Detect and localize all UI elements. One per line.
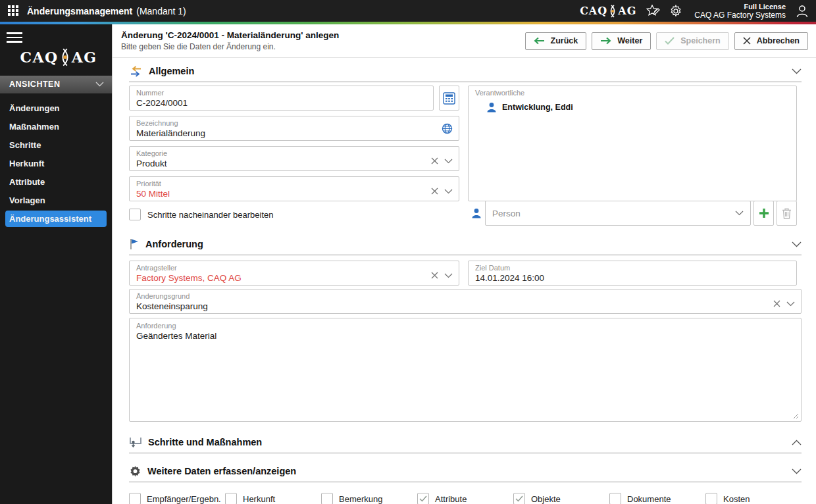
main-area: Änderung 'C-2024/0001 - Materialänderung… bbox=[112, 24, 816, 504]
sidebar-item-attribute[interactable]: Attribute bbox=[5, 174, 107, 190]
page-title: Änderung 'C-2024/0001 - Materialänderung… bbox=[121, 30, 339, 40]
bemerkung-label: Bemerkung bbox=[339, 494, 382, 504]
delete-person-button[interactable] bbox=[777, 201, 797, 226]
user-profile-icon[interactable] bbox=[795, 4, 809, 18]
wizard-content: Allgemein Nummer C-2024/0001 bbox=[113, 58, 816, 504]
section-divider bbox=[129, 82, 802, 82]
settings-gear-icon[interactable] bbox=[669, 5, 682, 18]
bezeichnung-field[interactable]: Bezeichnung Materialänderung bbox=[129, 116, 459, 141]
flag-icon bbox=[129, 238, 140, 250]
favorites-star-icon[interactable] bbox=[646, 5, 660, 18]
section-anforderung-title: Anforderung bbox=[145, 239, 203, 249]
logo-swoosh-icon bbox=[59, 48, 72, 66]
herkunft-checkbox[interactable] bbox=[225, 493, 237, 504]
prioritaet-label: Priorität bbox=[136, 180, 439, 188]
attribute-label: Attribute bbox=[435, 494, 467, 504]
prioritaet-field[interactable]: Priorität 50 Mittel bbox=[129, 176, 459, 201]
objekte-checkbox[interactable] bbox=[513, 493, 525, 504]
option-empfaenger: Empfänger/Ergebn. bbox=[129, 493, 225, 504]
apps-grid-icon[interactable] bbox=[8, 5, 19, 16]
anforderung-text-label: Anforderung bbox=[136, 322, 794, 330]
antragsteller-label: Antragsteller bbox=[136, 264, 439, 272]
attribute-checkbox[interactable] bbox=[417, 493, 429, 504]
section-divider bbox=[129, 482, 802, 482]
chevron-down-icon[interactable] bbox=[444, 159, 453, 164]
section-weitere-title: Weitere Daten erfassen/anzeigen bbox=[147, 466, 296, 476]
cancel-button-label: Abbrechen bbox=[757, 36, 800, 45]
anforderung-textarea[interactable]: Anforderung Geändertes Material bbox=[129, 318, 802, 422]
responsible-person-entry[interactable]: Entwicklung, Eddi bbox=[486, 102, 790, 113]
bemerkung-checkbox[interactable] bbox=[321, 493, 333, 504]
sidebar-item-herkunft[interactable]: Herkunft bbox=[5, 155, 107, 172]
section-allgemein-header: Allgemein bbox=[129, 64, 802, 78]
schritte-nacheinander-checkbox[interactable] bbox=[129, 209, 141, 220]
kosten-checkbox[interactable] bbox=[705, 493, 717, 504]
save-button[interactable]: Speichern bbox=[656, 32, 728, 50]
sidebar-item-aenderungen[interactable]: Änderungen bbox=[5, 100, 107, 116]
clear-icon[interactable] bbox=[431, 272, 438, 279]
section-anforderung-collapse[interactable] bbox=[792, 241, 802, 247]
calculator-icon bbox=[443, 92, 455, 105]
person-icon bbox=[486, 102, 497, 113]
chevron-down-icon[interactable] bbox=[786, 301, 795, 307]
ziel-datum-field[interactable]: Ziel Datum 14.01.2024 16:00 bbox=[468, 261, 797, 286]
sidebar-item-schritte[interactable]: Schritte bbox=[5, 137, 107, 153]
resize-handle[interactable] bbox=[793, 413, 799, 419]
clear-icon[interactable] bbox=[773, 300, 780, 307]
section-schritte-header: Schritte und Maßnahmen bbox=[129, 436, 802, 449]
next-button[interactable]: Weiter bbox=[592, 32, 651, 50]
aenderungsgrund-field[interactable]: Änderungsgrund Kosteneinsparung bbox=[129, 289, 802, 314]
number-generator-button[interactable] bbox=[439, 86, 459, 111]
page-subtitle: Bitte geben Sie die Daten der Änderung e… bbox=[121, 42, 339, 51]
chevron-down-icon[interactable] bbox=[444, 273, 453, 278]
license-info: Full License CAQ AG Factory Systems bbox=[694, 3, 786, 20]
arrow-left-icon bbox=[534, 37, 545, 45]
nummer-value: C-2024/0001 bbox=[136, 98, 413, 108]
ziel-datum-label: Ziel Datum bbox=[475, 264, 777, 272]
aenderungsgrund-label: Änderungsgrund bbox=[136, 292, 781, 300]
sidebar-section-ansichten[interactable]: ANSICHTEN bbox=[0, 76, 112, 93]
steps-plan-icon bbox=[129, 436, 142, 448]
weitere-daten-options: Empfänger/Ergebn. Herkunft Bemerkung bbox=[129, 493, 802, 504]
section-anforderung-header: Anforderung bbox=[129, 238, 802, 251]
section-allgemein-title: Allgemein bbox=[149, 66, 194, 76]
antragsteller-field[interactable]: Antragsteller Factory Systems, CAQ AG bbox=[129, 261, 459, 286]
close-icon bbox=[743, 37, 751, 45]
section-weitere-collapse[interactable] bbox=[792, 468, 802, 474]
option-herkunft: Herkunft bbox=[225, 493, 321, 504]
kategorie-field[interactable]: Kategorie Produkt bbox=[129, 146, 459, 171]
dokumente-checkbox[interactable] bbox=[609, 493, 621, 504]
verantwortliche-label: Verantwortliche bbox=[475, 89, 790, 97]
nummer-field[interactable]: Nummer C-2024/0001 bbox=[129, 86, 434, 111]
trash-icon bbox=[782, 208, 792, 219]
logo-caq-text: CAQ bbox=[580, 5, 607, 17]
section-allgemein-collapse[interactable] bbox=[792, 68, 802, 74]
client-label: (Mandant 1) bbox=[136, 6, 186, 16]
logo-ag-text: AG bbox=[72, 49, 97, 66]
person-select[interactable]: Person bbox=[485, 201, 751, 226]
section-schritte-expand[interactable] bbox=[792, 440, 802, 445]
menu-hamburger-icon[interactable] bbox=[7, 32, 22, 45]
globe-translate-icon[interactable] bbox=[442, 123, 453, 134]
clear-icon[interactable] bbox=[431, 157, 438, 164]
chevron-down-icon bbox=[95, 82, 104, 87]
person-icon bbox=[471, 208, 482, 218]
next-button-label: Weiter bbox=[617, 36, 642, 45]
verantwortliche-panel: Verantwortliche Entwicklung, Eddi bbox=[468, 86, 797, 201]
cancel-button[interactable]: Abbrechen bbox=[734, 32, 808, 50]
back-button[interactable]: Zurück bbox=[525, 32, 587, 50]
change-swap-icon bbox=[129, 66, 143, 77]
clear-icon[interactable] bbox=[431, 188, 438, 195]
add-person-button[interactable] bbox=[753, 201, 774, 226]
sidebar-item-massnahmen[interactable]: Maßnahmen bbox=[5, 118, 107, 135]
sidebar-item-vorlagen[interactable]: Vorlagen bbox=[5, 192, 107, 209]
chevron-down-icon bbox=[735, 211, 744, 216]
empfaenger-label: Empfänger/Ergebn. bbox=[147, 494, 221, 504]
chevron-down-icon[interactable] bbox=[444, 189, 453, 194]
caq-logo-sidebar: CAQ AG bbox=[5, 48, 112, 66]
sidebar-item-aenderungsassistent[interactable]: Änderungsassistent bbox=[5, 211, 107, 227]
nummer-label: Nummer bbox=[136, 89, 413, 97]
aenderungsgrund-value: Kosteneinsparung bbox=[136, 301, 781, 311]
empfaenger-checkbox[interactable] bbox=[129, 493, 141, 504]
option-bemerkung: Bemerkung bbox=[321, 493, 417, 504]
